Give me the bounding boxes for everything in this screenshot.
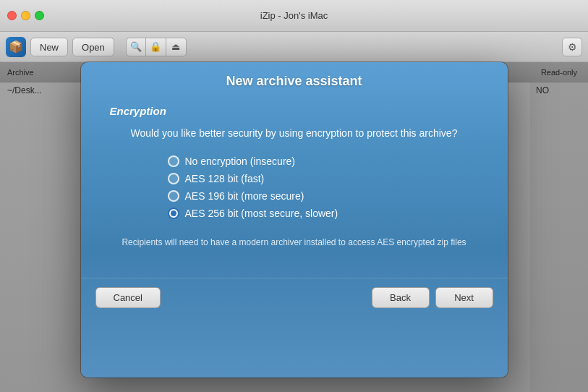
toolbar: 📦 New Open 🔍 🔒 ⏏ ⚙ [0,32,588,62]
gear-button[interactable]: ⚙ [562,38,582,56]
new-button[interactable]: New [30,38,68,56]
option-aes128[interactable]: AES 128 bit (fast) [168,173,479,184]
radio-no-encryption[interactable] [168,155,179,167]
option-no-encryption-label: No encryption (insecure) [185,155,296,167]
maximize-button[interactable] [35,11,44,20]
section-title: Encryption [110,105,479,117]
close-button[interactable] [7,11,17,20]
nav-icon-group: 🔍 🔒 ⏏ [126,38,187,56]
eject-icon[interactable]: ⏏ [166,38,187,56]
footer-right-buttons: Back Next [372,287,493,308]
gear-icon: ⚙ [568,41,577,53]
question-text: Would you like better security by using … [110,126,479,141]
back-button[interactable]: Back [372,287,430,308]
radio-aes196[interactable] [168,190,179,202]
modal-body: Encryption Would you like better securit… [81,98,508,278]
app-icon: 📦 [6,37,26,57]
option-no-encryption[interactable]: No encryption (insecure) [168,155,479,167]
window-title: iZip - Jon's iMac [260,10,328,21]
modal-dialog: New archive assistant Encryption Would y… [81,62,508,378]
footnote-text: Recipients will need to have a modern ar… [110,237,479,249]
modal-footer: Cancel Back Next [81,278,508,317]
option-aes128-label: AES 128 bit (fast) [185,173,265,184]
encryption-options: No encryption (insecure) AES 128 bit (fa… [110,155,479,219]
option-aes256-label: AES 256 bit (most secure, slower) [185,208,338,219]
cancel-button[interactable]: Cancel [95,287,161,308]
option-aes196[interactable]: AES 196 bit (more secure) [168,190,479,202]
window-controls [7,11,44,20]
radio-aes128[interactable] [168,173,179,184]
lock-icon[interactable]: 🔒 [146,38,166,56]
option-aes196-label: AES 196 bit (more secure) [185,190,304,202]
search-icon[interactable]: 🔍 [126,38,146,56]
modal-title: New archive assistant [95,74,493,89]
minimize-button[interactable] [21,11,30,20]
titlebar: iZip - Jon's iMac [0,0,588,32]
next-button[interactable]: Next [435,287,493,308]
option-aes256[interactable]: AES 256 bit (most secure, slower) [168,208,479,219]
open-button[interactable]: Open [72,38,114,56]
modal-header: New archive assistant [81,62,508,98]
radio-aes256[interactable] [168,208,179,219]
